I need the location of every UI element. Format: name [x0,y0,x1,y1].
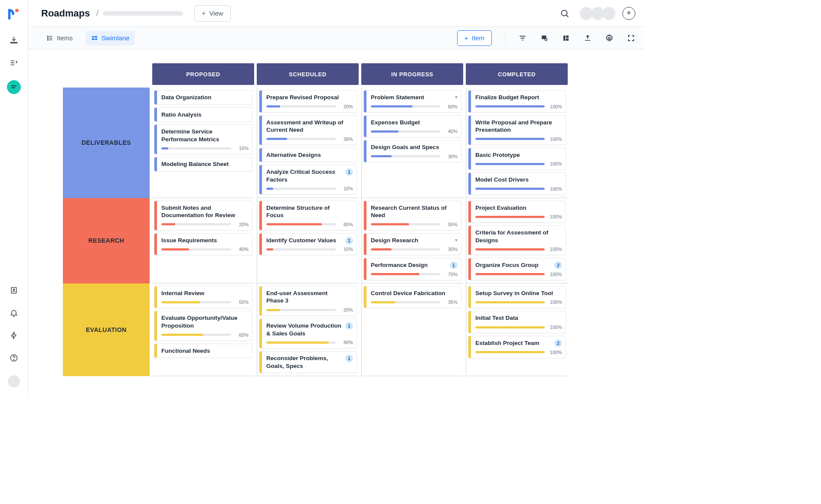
item-card[interactable]: Alternative Designs [259,148,357,163]
board-cell: End-user Assessment Phase 320%Review Vol… [257,283,359,376]
app-logo [8,8,20,20]
link-icon[interactable] [540,34,549,42]
item-card[interactable]: Expenses Budget40% [363,115,461,138]
svg-point-6 [13,360,14,360]
settings-icon[interactable] [605,34,614,42]
item-card[interactable]: End-user Assessment Phase 320% [259,286,357,316]
item-card[interactable]: Issue Requirements40% [154,233,252,256]
card-stripe [468,91,471,112]
item-card[interactable]: Initial Test Data100% [468,311,566,333]
item-card[interactable]: Identify Customer Values110% [259,233,357,256]
card-stripe [468,336,471,358]
progress-bar [161,248,231,250]
item-card[interactable]: Write Proposal and Prepare Presentation1… [468,115,566,145]
item-card[interactable]: Research Current Status of Need55% [363,201,461,231]
progress-pct: 10% [339,247,353,252]
search-icon[interactable] [560,9,569,18]
tab-swimlane[interactable]: Swimlane [86,31,135,46]
item-card[interactable]: Performance Design170% [363,258,461,280]
swimlane-nav-icon[interactable] [7,80,21,94]
lightning-icon[interactable] [9,330,19,341]
progress-pct: 10% [339,186,353,191]
item-card[interactable]: Review Volume Production & Sales Goals19… [259,319,357,348]
add-view-button[interactable]: + View [194,5,231,22]
layout-icon[interactable] [562,34,570,42]
filter-icon[interactable] [518,34,527,42]
progress-bar [475,326,545,328]
item-card[interactable]: Submit Notes and Documentation for Revie… [154,201,252,231]
swimlane-label: DELIVERABLES [63,88,150,198]
item-card[interactable]: Internal Review55% [154,286,252,309]
item-card[interactable]: Setup Survey in Online Tool100% [468,286,566,309]
card-stripe [154,157,157,171]
view-toolbar: Items Swimlane + Item [28,27,644,49]
plus-icon: + [464,34,468,42]
item-card[interactable]: Establish Project Team2100% [468,336,566,358]
user-avatar[interactable] [8,375,20,387]
list-icon[interactable] [9,58,19,68]
progress-row: 35% [371,299,458,305]
progress-bar [475,248,545,250]
item-card[interactable]: Analyze Critical Success Factors110% [259,165,357,195]
item-card[interactable]: Design Research▾30% [363,233,461,256]
item-card[interactable]: Problem Statement▾60% [363,90,461,113]
item-card[interactable]: Prepare Revised Proposal20% [259,90,357,113]
items-tab-icon [46,35,53,42]
export-icon[interactable] [583,34,592,42]
item-card[interactable]: Criteria for Assessment of Designs100% [468,225,566,255]
progress-pct: 35% [444,299,458,305]
item-card[interactable]: Model Cost Drivers100% [468,172,566,195]
card-stripe [259,351,262,373]
progress-row: 100% [475,325,562,330]
item-card[interactable]: Modeling Balance Sheet [154,157,252,172]
column-header: SCHEDULED [257,63,359,85]
progress-pct: 40% [444,129,458,134]
card-title: End-user Assessment Phase 3 [266,289,353,305]
progress-pct: 20% [235,222,249,227]
card-stripe [154,201,157,230]
card-stripe [259,116,262,145]
inbox-icon[interactable] [9,35,19,46]
card-title: Criteria for Assessment of Designs [475,229,562,244]
board-cell: Setup Survey in Online Tool100%Initial T… [466,283,568,376]
toolbar-actions [505,33,635,44]
progress-bar [266,309,336,311]
item-card[interactable]: Design Goals and Specs30% [363,140,461,163]
tab-swimlane-label: Swimlane [101,34,130,42]
item-card[interactable]: Determine Structure of Focus80% [259,201,357,231]
item-card[interactable]: Control Device Fabrication35% [363,286,461,309]
tab-items[interactable]: Items [41,31,78,46]
item-card[interactable]: Data Organization [154,90,252,105]
fullscreen-icon[interactable] [627,34,635,42]
item-card[interactable]: Determine Service Performance Metrics10% [154,124,252,154]
item-card[interactable]: Organize Focus Group2100% [468,258,566,280]
card-badge: 1 [345,354,353,362]
chevron-down-icon[interactable]: ▾ [455,94,458,100]
top-bar: Roadmaps / + View + [28,0,644,27]
item-card[interactable]: Reconsider Problems, Goals, Specs1 [259,351,357,373]
add-collaborator-button[interactable]: + [622,7,635,20]
item-card[interactable]: Evaluate Opportunity/Value Proposition60… [154,311,252,341]
item-card[interactable]: Basic Prototype100% [468,148,566,170]
item-card[interactable]: Ratio Analysis [154,107,252,122]
card-stripe [154,286,157,308]
collaborator-avatars[interactable] [582,7,615,20]
progress-pct: 100% [548,325,562,330]
notifications-icon[interactable] [9,308,19,318]
item-card[interactable]: Project Evaluation100% [468,201,566,223]
progress-bar [475,105,545,107]
progress-pct: 60% [444,104,458,109]
svg-point-11 [47,38,48,39]
add-item-button[interactable]: + Item [457,30,492,46]
card-stripe [468,226,471,255]
item-card[interactable]: Finalize Budget Report100% [468,90,566,113]
help-icon[interactable] [9,353,19,363]
breadcrumb-separator: / [96,8,98,18]
chevron-down-icon[interactable]: ▾ [455,237,458,243]
card-title: Model Cost Drivers [475,176,562,184]
item-card[interactable]: Assessment and Writeup of Current Need30… [259,115,357,145]
progress-row: 30% [371,154,458,159]
contacts-icon[interactable] [9,285,19,296]
item-card[interactable]: Functional Needs [154,344,252,358]
left-nav-rail [0,0,28,395]
